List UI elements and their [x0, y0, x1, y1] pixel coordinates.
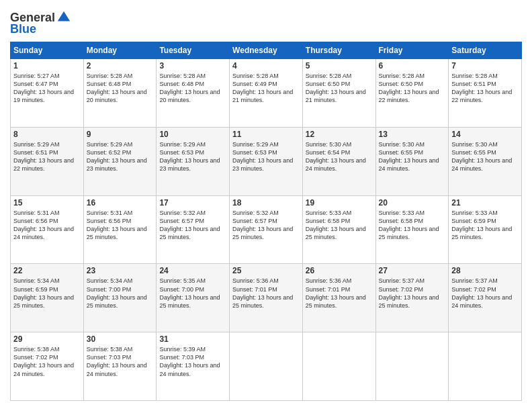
day-cell: 8Sunrise: 5:29 AMSunset: 6:51 PMDaylight…	[11, 127, 84, 195]
day-cell	[375, 332, 449, 401]
day-cell: 27Sunrise: 5:37 AMSunset: 7:02 PMDayligh…	[375, 264, 449, 332]
day-info: Sunrise: 5:34 AMSunset: 6:59 PMDaylight:…	[13, 277, 81, 310]
day-info: Sunrise: 5:36 AMSunset: 7:01 PMDaylight:…	[232, 277, 300, 310]
day-number: 15	[13, 198, 81, 208]
day-cell: 12Sunrise: 5:30 AMSunset: 6:54 PMDayligh…	[302, 127, 375, 195]
day-number: 14	[451, 130, 519, 139]
day-info: Sunrise: 5:37 AMSunset: 7:02 PMDaylight:…	[379, 277, 446, 310]
day-number: 12	[306, 130, 373, 139]
day-cell: 11Sunrise: 5:29 AMSunset: 6:53 PMDayligh…	[230, 127, 303, 195]
day-number: 21	[451, 198, 519, 208]
day-info: Sunrise: 5:29 AMSunset: 6:53 PMDaylight:…	[159, 140, 226, 173]
day-info: Sunrise: 5:35 AMSunset: 7:00 PMDaylight:…	[159, 277, 226, 310]
day-cell: 30Sunrise: 5:38 AMSunset: 7:03 PMDayligh…	[83, 332, 157, 401]
day-cell: 26Sunrise: 5:36 AMSunset: 7:01 PMDayligh…	[302, 264, 375, 332]
day-cell: 5Sunrise: 5:28 AMSunset: 6:50 PMDaylight…	[302, 59, 375, 128]
header: General Blue	[10, 10, 522, 36]
week-row-4: 22Sunrise: 5:34 AMSunset: 6:59 PMDayligh…	[11, 264, 522, 332]
logo-icon	[56, 10, 71, 25]
day-info: Sunrise: 5:32 AMSunset: 6:57 PMDaylight:…	[232, 209, 300, 242]
day-number: 18	[232, 198, 300, 208]
weekday-header-friday: Friday	[375, 42, 449, 59]
day-number: 19	[306, 198, 373, 208]
day-cell: 20Sunrise: 5:33 AMSunset: 6:58 PMDayligh…	[375, 195, 449, 264]
day-info: Sunrise: 5:31 AMSunset: 6:56 PMDaylight:…	[13, 209, 81, 242]
day-number: 6	[379, 61, 446, 71]
day-cell: 24Sunrise: 5:35 AMSunset: 7:00 PMDayligh…	[157, 264, 230, 332]
day-number: 3	[159, 61, 226, 71]
day-cell	[230, 332, 303, 401]
day-number: 2	[87, 61, 154, 71]
day-info: Sunrise: 5:28 AMSunset: 6:50 PMDaylight:…	[379, 72, 446, 105]
day-number: 9	[87, 130, 154, 139]
day-cell: 3Sunrise: 5:28 AMSunset: 6:48 PMDaylight…	[157, 59, 230, 128]
day-info: Sunrise: 5:30 AMSunset: 6:55 PMDaylight:…	[451, 140, 519, 173]
day-cell: 13Sunrise: 5:30 AMSunset: 6:55 PMDayligh…	[375, 127, 449, 195]
calendar-table: SundayMondayTuesdayWednesdayThursdayFrid…	[10, 42, 522, 401]
day-number: 31	[159, 334, 226, 344]
week-row-5: 29Sunrise: 5:38 AMSunset: 7:02 PMDayligh…	[11, 332, 522, 401]
weekday-header-sunday: Sunday	[11, 42, 84, 59]
day-number: 29	[13, 334, 81, 344]
svg-marker-0	[58, 11, 70, 21]
page: General Blue SundayMondayTuesdayWednesda…	[0, 0, 532, 411]
day-info: Sunrise: 5:31 AMSunset: 6:56 PMDaylight:…	[87, 209, 154, 242]
day-info: Sunrise: 5:27 AMSunset: 6:47 PMDaylight:…	[13, 72, 81, 105]
day-info: Sunrise: 5:28 AMSunset: 6:49 PMDaylight:…	[232, 72, 300, 105]
day-cell: 25Sunrise: 5:36 AMSunset: 7:01 PMDayligh…	[230, 264, 303, 332]
day-info: Sunrise: 5:29 AMSunset: 6:51 PMDaylight:…	[13, 140, 81, 173]
day-info: Sunrise: 5:38 AMSunset: 7:03 PMDaylight:…	[87, 345, 154, 378]
day-number: 25	[232, 266, 300, 275]
day-info: Sunrise: 5:30 AMSunset: 6:55 PMDaylight:…	[379, 140, 446, 173]
day-number: 28	[451, 266, 519, 275]
day-number: 8	[13, 130, 81, 139]
day-info: Sunrise: 5:30 AMSunset: 6:54 PMDaylight:…	[306, 140, 373, 173]
day-info: Sunrise: 5:37 AMSunset: 7:02 PMDaylight:…	[451, 277, 519, 310]
day-cell	[449, 332, 522, 401]
day-info: Sunrise: 5:33 AMSunset: 6:59 PMDaylight:…	[451, 209, 519, 242]
day-info: Sunrise: 5:29 AMSunset: 6:53 PMDaylight:…	[232, 140, 300, 173]
week-row-2: 8Sunrise: 5:29 AMSunset: 6:51 PMDaylight…	[11, 127, 522, 195]
day-cell: 23Sunrise: 5:34 AMSunset: 7:00 PMDayligh…	[83, 264, 157, 332]
day-number: 20	[379, 198, 446, 208]
day-number: 10	[159, 130, 226, 139]
day-cell: 18Sunrise: 5:32 AMSunset: 6:57 PMDayligh…	[230, 195, 303, 264]
day-number: 4	[232, 61, 300, 71]
day-cell	[302, 332, 375, 401]
day-number: 17	[159, 198, 226, 208]
logo: General Blue	[10, 10, 71, 36]
weekday-header-thursday: Thursday	[302, 42, 375, 59]
day-cell: 19Sunrise: 5:33 AMSunset: 6:58 PMDayligh…	[302, 195, 375, 264]
weekday-header-monday: Monday	[83, 42, 157, 59]
day-info: Sunrise: 5:28 AMSunset: 6:48 PMDaylight:…	[159, 72, 226, 105]
day-info: Sunrise: 5:28 AMSunset: 6:50 PMDaylight:…	[306, 72, 373, 105]
week-row-3: 15Sunrise: 5:31 AMSunset: 6:56 PMDayligh…	[11, 195, 522, 264]
day-cell: 14Sunrise: 5:30 AMSunset: 6:55 PMDayligh…	[449, 127, 522, 195]
day-number: 30	[87, 334, 154, 344]
day-number: 16	[87, 198, 154, 208]
day-cell: 7Sunrise: 5:28 AMSunset: 6:51 PMDaylight…	[449, 59, 522, 128]
day-info: Sunrise: 5:28 AMSunset: 6:51 PMDaylight:…	[451, 72, 519, 105]
header-row: SundayMondayTuesdayWednesdayThursdayFrid…	[11, 42, 522, 59]
day-number: 22	[13, 266, 81, 275]
day-number: 11	[232, 130, 300, 139]
day-cell: 2Sunrise: 5:28 AMSunset: 6:48 PMDaylight…	[83, 59, 157, 128]
day-info: Sunrise: 5:29 AMSunset: 6:52 PMDaylight:…	[87, 140, 154, 173]
weekday-header-saturday: Saturday	[449, 42, 522, 59]
day-info: Sunrise: 5:32 AMSunset: 6:57 PMDaylight:…	[159, 209, 226, 242]
day-number: 1	[13, 61, 81, 71]
week-row-1: 1Sunrise: 5:27 AMSunset: 6:47 PMDaylight…	[11, 59, 522, 128]
day-number: 26	[306, 266, 373, 275]
day-cell: 29Sunrise: 5:38 AMSunset: 7:02 PMDayligh…	[11, 332, 84, 401]
day-cell: 22Sunrise: 5:34 AMSunset: 6:59 PMDayligh…	[11, 264, 84, 332]
weekday-header-tuesday: Tuesday	[157, 42, 230, 59]
day-cell: 1Sunrise: 5:27 AMSunset: 6:47 PMDaylight…	[11, 59, 84, 128]
day-info: Sunrise: 5:38 AMSunset: 7:02 PMDaylight:…	[13, 345, 81, 378]
weekday-header-wednesday: Wednesday	[230, 42, 303, 59]
day-cell: 15Sunrise: 5:31 AMSunset: 6:56 PMDayligh…	[11, 195, 84, 264]
day-number: 23	[87, 266, 154, 275]
day-cell: 21Sunrise: 5:33 AMSunset: 6:59 PMDayligh…	[449, 195, 522, 264]
day-number: 27	[379, 266, 446, 275]
day-info: Sunrise: 5:33 AMSunset: 6:58 PMDaylight:…	[306, 209, 373, 242]
day-number: 13	[379, 130, 446, 139]
